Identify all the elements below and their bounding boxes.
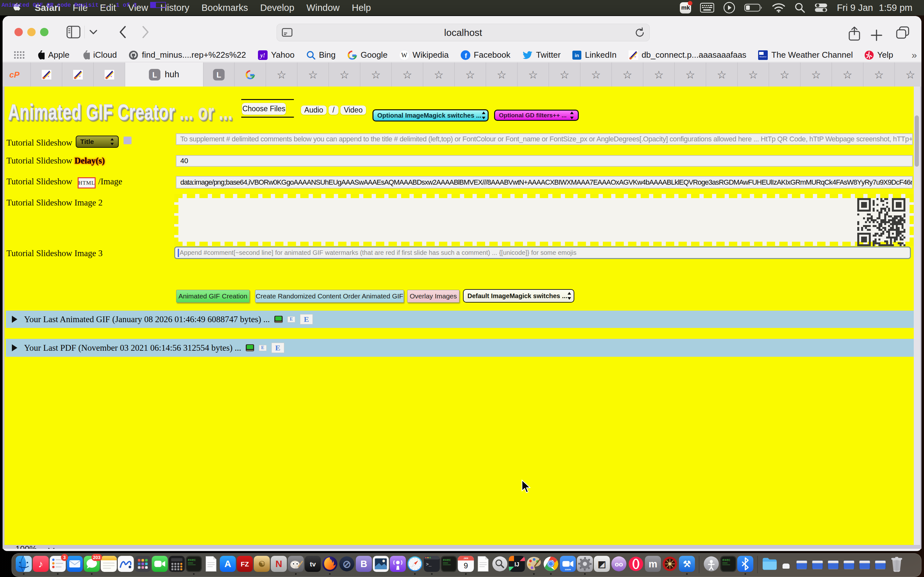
dock-filezilla[interactable]: FZ (237, 556, 253, 572)
zoom-indicator[interactable]: 100% (15, 544, 55, 549)
choose-files-button[interactable]: Choose Files (242, 103, 286, 115)
tab-cpanel[interactable]: cP (3, 63, 31, 87)
dock-chrome[interactable] (543, 556, 559, 572)
dock-dark-circle-app[interactable]: ⊘ (339, 556, 355, 572)
create-randomized-button[interactable]: Create Randomized Content Order Animated… (255, 290, 404, 303)
dock-xcode[interactable]: ⚒ (679, 556, 695, 572)
dock-safari[interactable] (407, 556, 423, 572)
dock-accessibility[interactable] (703, 556, 719, 572)
dock-apple-tv[interactable]: tv (305, 556, 321, 572)
html-image-input[interactable]: data:image/png;base64,iVBORw0KGgoAAAANSU… (176, 176, 913, 189)
favorite-yelp[interactable]: Yelp (865, 50, 893, 60)
dock-inkscape[interactable]: ◩ (594, 556, 610, 572)
dock-minimized-window[interactable] (859, 560, 870, 569)
sidebar-icon[interactable] (66, 26, 81, 39)
dock-music[interactable]: ♪ (33, 556, 49, 572)
dock-exec-terminal[interactable]: exec (441, 556, 457, 572)
dock-textedit[interactable] (203, 556, 219, 572)
mk-app-icon[interactable]: mk (680, 2, 691, 13)
favorite-apple[interactable]: Apple (36, 50, 69, 60)
title-checkbox[interactable] (124, 137, 132, 144)
dock-firefox[interactable] (322, 556, 338, 572)
dock-system-settings[interactable] (577, 556, 593, 572)
email-small-icon[interactable]: E (259, 345, 267, 351)
share-icon[interactable] (848, 26, 861, 41)
dock-red-n-app[interactable]: N (271, 556, 287, 572)
email-small-icon[interactable]: E (288, 316, 295, 322)
tab-empty-star[interactable]: ☆ (297, 63, 329, 87)
tab-empty-star[interactable]: ☆ (863, 63, 895, 87)
tab-empty-star[interactable]: ☆ (486, 63, 517, 87)
disclosure-triangle-icon[interactable] (12, 316, 17, 323)
tab-empty-star[interactable]: ☆ (895, 63, 921, 87)
tab-active-huh[interactable]: Lhuh (125, 63, 203, 87)
search-icon[interactable] (795, 2, 805, 13)
tab-paint[interactable] (94, 63, 125, 87)
dock-notes[interactable] (101, 556, 117, 572)
overlay-images-button[interactable]: Overlay Images (407, 290, 459, 303)
menu-item-help[interactable]: Help (352, 3, 371, 13)
gif-preview-icon[interactable] (274, 316, 283, 323)
dock-minimized-window[interactable] (828, 560, 838, 569)
tab-paint[interactable] (31, 63, 62, 87)
sidebar-chevron-down-icon[interactable] (89, 29, 97, 35)
dock-reminders[interactable]: 3 (50, 556, 66, 572)
scrollbar-track[interactable] (914, 87, 920, 545)
dock-messages[interactable]: 203 (84, 556, 100, 572)
default-imagemagick-select[interactable]: Default ImageMagick switches ... (463, 289, 574, 303)
dock-mini-mammoth[interactable] (780, 560, 792, 569)
dock-zoom[interactable]: zoom (560, 556, 576, 572)
scrollbar-thumb[interactable] (915, 115, 919, 167)
menu-item-bookmarks[interactable]: Bookmarks (202, 3, 248, 13)
favorite-twitter[interactable]: Twitter (522, 50, 561, 60)
dock-app-store[interactable]: A (220, 556, 236, 572)
favorites-overflow-icon[interactable]: » (911, 50, 917, 61)
tab-empty-star[interactable]: ☆ (738, 63, 769, 87)
tab-empty-star[interactable]: ☆ (455, 63, 486, 87)
menu-item-window[interactable]: Window (306, 3, 339, 13)
dock-minimized-window[interactable] (796, 560, 807, 569)
dock-bluetooth[interactable] (737, 556, 753, 572)
menu-date[interactable]: Fri 9 Jan (837, 3, 873, 13)
title-select[interactable]: Title (76, 135, 119, 148)
control-center-icon[interactable] (814, 3, 828, 13)
favorite-yahoo[interactable]: y!Yahoo (258, 50, 294, 60)
dock-downloads-folder[interactable] (762, 556, 778, 572)
audio-button[interactable]: Audio (301, 105, 326, 115)
dock-cat-app[interactable]: oo (611, 556, 627, 572)
tab-empty-star[interactable]: ☆ (612, 63, 643, 87)
animated-gif-creation-button[interactable]: Animated GIF Creation (176, 290, 250, 303)
dock-intellij[interactable]: IJ (509, 556, 525, 572)
video-button[interactable]: Video (341, 105, 366, 115)
last-gif-summary[interactable]: Your Last Animated GIF (January 08 2026 … (6, 311, 914, 328)
play-circle-icon[interactable] (723, 2, 735, 14)
delay-input[interactable]: 40 (176, 155, 913, 167)
tab-empty-star[interactable]: ☆ (832, 63, 863, 87)
favorite-linkedin[interactable]: inLinkedIn (572, 50, 616, 60)
page-format-icon[interactable] (282, 28, 292, 37)
new-tab-icon[interactable] (871, 29, 882, 41)
dock-exec-terminal-2[interactable]: exec (720, 556, 736, 572)
dock-calculator[interactable] (169, 556, 185, 572)
forward-icon[interactable] (142, 26, 150, 39)
tab-empty-star[interactable]: ☆ (360, 63, 392, 87)
tab-empty-star[interactable]: ☆ (392, 63, 423, 87)
dock-trash[interactable] (889, 556, 905, 572)
dock-launchpad[interactable] (135, 556, 151, 572)
favorite-the-weather-channel[interactable]: WeatherThe Weather Channel (758, 50, 853, 60)
disclosure-triangle-icon[interactable] (12, 344, 17, 351)
imagemagick-switches-select[interactable]: Optional ImageMagick switches ... (373, 109, 489, 121)
tab-empty-star[interactable]: ☆ (517, 63, 549, 87)
tab-empty-star[interactable]: ☆ (266, 63, 297, 87)
back-icon[interactable] (119, 26, 126, 39)
last-pdf-summary[interactable]: Your Last PDF (November 03 2021 06:14:56… (6, 339, 914, 357)
dock-finder[interactable] (16, 556, 32, 572)
dock-minimized-window[interactable] (875, 560, 886, 569)
tab-empty-star[interactable]: ☆ (643, 63, 675, 87)
dock-roulette[interactable] (662, 556, 678, 572)
tab-empty-star[interactable]: ☆ (769, 63, 800, 87)
dock-mail[interactable] (67, 556, 83, 572)
dock-facetime[interactable] (152, 556, 168, 572)
dock-minimized-window[interactable] (812, 560, 823, 569)
email-big-icon[interactable]: E (271, 343, 284, 353)
